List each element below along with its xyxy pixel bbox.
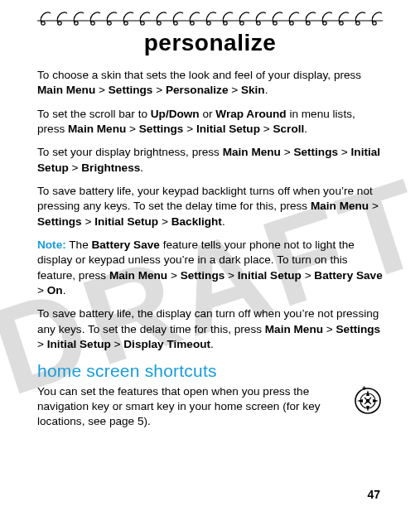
gt: > xyxy=(114,338,121,350)
text: or xyxy=(200,108,216,120)
menu-path-item: Personalize xyxy=(166,84,229,96)
svg-point-3 xyxy=(75,22,78,25)
menu-path-item: Initial Setup xyxy=(196,123,260,135)
navigation-compass-icon: + xyxy=(353,386,383,416)
text: The xyxy=(66,239,92,251)
gt: > xyxy=(72,161,79,174)
option: Up/Down xyxy=(151,108,200,120)
svg-point-12 xyxy=(224,22,227,25)
svg-point-20 xyxy=(356,22,360,25)
svg-point-13 xyxy=(240,22,244,25)
gt: > xyxy=(326,323,333,335)
paragraph-skin: To choose a skin that sets the look and … xyxy=(37,68,383,99)
menu-path-item: Initial Setup xyxy=(94,215,158,228)
menu-path-item: Main Menu xyxy=(265,323,323,335)
page-number: 47 xyxy=(367,488,380,501)
menu-path-item: Main Menu xyxy=(223,146,281,158)
menu-path-item: Scroll xyxy=(273,123,304,135)
paragraph-brightness: To set your display brightness, press Ma… xyxy=(37,145,383,176)
svg-point-6 xyxy=(124,22,128,25)
gt: > xyxy=(231,84,238,96)
svg-point-10 xyxy=(191,22,194,25)
svg-text:+: + xyxy=(362,386,366,393)
page-content: personalize To choose a skin that sets t… xyxy=(0,0,420,446)
paragraph-shortcuts: You can set the features that open when … xyxy=(37,384,341,430)
menu-path-item: Initial Setup xyxy=(47,338,111,350)
menu-path-item: Settings xyxy=(109,84,153,96)
gt: > xyxy=(156,84,162,96)
paragraph-display-timeout: To save battery life, the display can tu… xyxy=(37,306,383,352)
svg-point-8 xyxy=(157,22,161,25)
paragraph-backlight: To save battery life, your keypad backli… xyxy=(37,184,383,229)
gt: > xyxy=(129,123,136,135)
gt: > xyxy=(162,215,168,228)
note-label: Note: xyxy=(37,239,66,251)
period: . xyxy=(210,338,214,350)
svg-point-7 xyxy=(141,22,144,25)
gt: > xyxy=(171,269,177,282)
menu-path-item: Settings xyxy=(139,123,184,135)
gt: > xyxy=(228,269,234,282)
spiral-binding-graphic xyxy=(37,8,383,27)
menu-path-item: Backlight xyxy=(171,215,222,228)
menu-path-item: Main Menu xyxy=(311,200,369,212)
menu-path-item: Settings xyxy=(336,323,381,335)
svg-point-5 xyxy=(108,22,111,25)
menu-path-item: Skin xyxy=(241,84,265,96)
svg-point-11 xyxy=(207,22,210,25)
period: . xyxy=(304,123,307,135)
menu-path-item: Settings xyxy=(293,146,338,158)
svg-point-9 xyxy=(174,22,177,25)
menu-path-item: Main Menu xyxy=(37,84,95,96)
period: . xyxy=(222,215,225,228)
svg-point-21 xyxy=(373,22,376,25)
text: To set your display brightness, press xyxy=(37,146,223,158)
svg-point-4 xyxy=(91,22,94,25)
period: . xyxy=(140,161,143,174)
gt: > xyxy=(305,269,311,282)
gt: > xyxy=(263,123,270,135)
svg-point-2 xyxy=(58,22,61,25)
gt: > xyxy=(372,200,379,212)
gt: > xyxy=(84,215,91,228)
svg-point-16 xyxy=(290,22,293,25)
gt: > xyxy=(341,146,348,158)
page-title: personalize xyxy=(37,30,383,56)
svg-point-14 xyxy=(257,22,260,25)
shortcut-row: You can set the features that open when … xyxy=(37,384,383,438)
menu-path-item: Settings xyxy=(181,269,225,282)
paragraph-scroll: To set the scroll bar to Up/Down or Wrap… xyxy=(37,107,383,137)
menu-path-item: On xyxy=(47,284,63,296)
menu-path-item: Main Menu xyxy=(68,123,126,135)
menu-path-item: Brightness xyxy=(81,161,140,174)
menu-path-item: Settings xyxy=(37,215,82,228)
svg-point-1 xyxy=(41,22,45,25)
paragraph-battery-save-note: Note: The Battery Save feature tells you… xyxy=(37,238,383,298)
menu-path-item: Battery Save xyxy=(314,269,382,282)
svg-point-17 xyxy=(307,22,310,25)
text: To set the scroll bar to xyxy=(37,108,151,120)
period: . xyxy=(63,284,66,296)
menu-path-item: Display Timeout xyxy=(123,338,210,350)
menu-path-item: Initial Setup xyxy=(238,269,302,282)
section-heading-shortcuts: home screen shortcuts xyxy=(37,361,383,381)
option: Wrap Around xyxy=(215,108,286,120)
period: . xyxy=(265,84,268,96)
gt: > xyxy=(186,123,193,135)
menu-path-item: Main Menu xyxy=(109,269,167,282)
text: To choose a skin that sets the look and … xyxy=(37,69,361,81)
feature-name: Battery Save xyxy=(91,239,159,251)
svg-point-15 xyxy=(273,22,277,25)
svg-point-18 xyxy=(323,22,326,25)
gt: > xyxy=(37,284,44,296)
svg-point-19 xyxy=(340,22,343,25)
gt: > xyxy=(284,146,291,158)
gt: > xyxy=(37,338,44,350)
gt: > xyxy=(99,84,105,96)
